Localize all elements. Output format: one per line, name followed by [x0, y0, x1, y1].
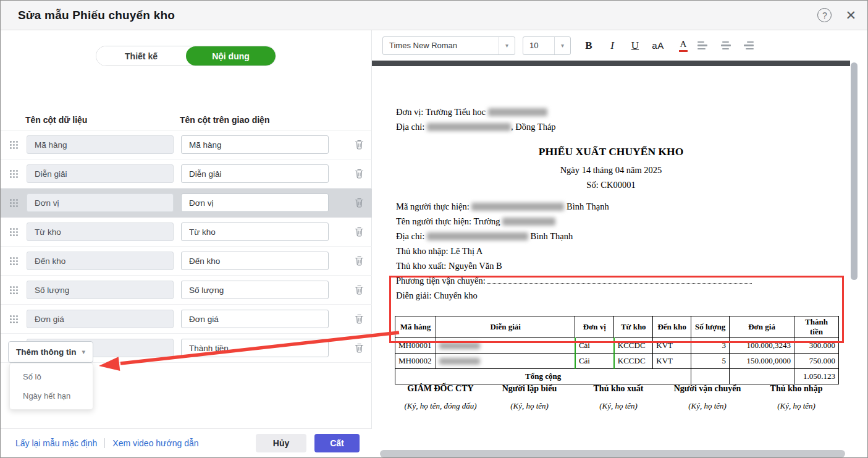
items-table: Mã hàngDiễn giải Đơn vịTừ kho Đến khoSố …: [395, 316, 839, 384]
drag-handle-icon[interactable]: [9, 169, 18, 178]
reset-default-template-link[interactable]: Lấy lại mẫu mặc định: [15, 438, 97, 448]
display-column-input[interactable]: [181, 135, 329, 154]
drag-handle-icon[interactable]: [9, 227, 18, 236]
table-total-row: Tổng cộng 1.050.123: [395, 369, 839, 384]
data-column-header: Tên cột dữ liệu: [25, 115, 87, 125]
display-column-input[interactable]: [181, 339, 329, 357]
data-column-input[interactable]: [27, 252, 174, 270]
doc-address-line: Địa chỉ: , Đồng Tháp: [396, 122, 556, 132]
drag-handle-icon[interactable]: [9, 286, 18, 294]
data-column-input[interactable]: [27, 310, 174, 328]
edit-template-dialog: Sửa mẫu Phiếu chuyển kho ? ✕ Thiết kế Nộ…: [0, 0, 868, 458]
column-row-so-luong: [1, 276, 372, 305]
dotted-fill-line: [487, 277, 752, 284]
tab-switcher: Thiết kế Nội dung: [96, 46, 276, 66]
column-row-don-gia: [1, 305, 372, 334]
horizontal-scrollbar[interactable]: [380, 450, 845, 457]
delete-icon[interactable]: [354, 255, 364, 266]
column-row-ma-hang: [1, 130, 372, 159]
align-left-icon[interactable]: [697, 41, 708, 49]
delete-icon[interactable]: [354, 226, 364, 237]
redacted-text: [427, 232, 528, 240]
font-size-select[interactable]: 10 ▾: [523, 36, 571, 55]
display-column-input[interactable]: [181, 193, 329, 212]
display-column-input[interactable]: [181, 223, 329, 241]
doc-info-line: Tên người thực hiện: Trường: [396, 216, 555, 227]
delete-icon[interactable]: [354, 284, 364, 295]
add-info-menu: Số lô Ngày hết hạn: [9, 363, 93, 410]
display-column-input[interactable]: [181, 310, 329, 328]
signature-row: GIÁM ĐỐC CTY(Ký, họ tên, đóng dấu) Người…: [396, 384, 841, 411]
italic-icon[interactable]: I: [605, 30, 620, 61]
doc-date-line: Ngày 14 tháng 04 năm 2025: [372, 165, 850, 176]
add-info-dropdown[interactable]: Thêm thông tin ▾: [8, 341, 93, 363]
signature-block: Thủ kho nhập(Ký, họ tên): [752, 384, 841, 411]
format-toolbar: Times New Roman ▾ 10 ▾ B I U aA A: [372, 30, 867, 61]
chevron-down-icon: ▾: [554, 37, 570, 54]
bold-icon[interactable]: B: [581, 30, 596, 61]
display-column-input[interactable]: [181, 281, 329, 299]
redacted-text: [427, 123, 511, 131]
font-color-icon[interactable]: A: [676, 30, 691, 61]
text-case-icon[interactable]: aA: [651, 30, 665, 61]
signature-block: Người lập biểu(Ký, họ tên): [485, 384, 574, 411]
doc-info-line: Mã người thực hiện: Bình Thạnh: [396, 201, 609, 212]
save-button[interactable]: Cất: [314, 434, 360, 452]
data-column-input[interactable]: [27, 164, 174, 183]
tab-thiet-ke[interactable]: Thiết kế: [96, 46, 186, 66]
signature-block: Thủ kho xuất(Ký, họ tên): [574, 384, 663, 411]
display-column-header: Tên cột trên giao diện: [180, 115, 269, 125]
column-row-tu-kho: [1, 218, 372, 247]
signature-block: GIÁM ĐỐC CTY(Ký, họ tên, đóng dấu): [396, 384, 485, 411]
font-family-select[interactable]: Times New Roman ▾: [382, 36, 515, 55]
data-column-input[interactable]: [27, 223, 174, 241]
document-preview: Đơn vị: Trường Tiểu hoc Địa chỉ: , Đồng …: [372, 66, 850, 457]
dialog-footer: Lấy lại mẫu mặc định Xem video hướng dẫn…: [1, 428, 372, 457]
signature-block: Người vận chuyển(Ký, họ tên): [663, 384, 752, 411]
close-icon[interactable]: ✕: [845, 9, 856, 22]
delete-icon[interactable]: [354, 139, 364, 150]
data-column-input[interactable]: [27, 135, 174, 154]
drag-handle-icon[interactable]: [9, 140, 18, 149]
table-row: MH00001 Cái KCCDC KVT 3 100.000,3243 300…: [395, 338, 839, 354]
dialog-title: Sửa mẫu Phiếu chuyển kho: [18, 9, 175, 22]
align-right-icon[interactable]: [743, 41, 754, 49]
align-center-icon[interactable]: [720, 41, 731, 49]
table-header-row: Mã hàngDiễn giải Đơn vịTừ kho Đến khoSố …: [395, 316, 839, 338]
delete-icon[interactable]: [354, 168, 364, 179]
display-column-input[interactable]: [181, 164, 329, 183]
drag-handle-icon[interactable]: [9, 198, 18, 207]
delete-icon[interactable]: [354, 197, 364, 208]
chevron-down-icon: ▾: [499, 37, 515, 54]
tab-noi-dung[interactable]: Nội dung: [186, 46, 276, 66]
column-list: [1, 130, 372, 363]
delete-icon[interactable]: [354, 342, 364, 354]
dialog-header: Sửa mẫu Phiếu chuyển kho ? ✕: [1, 1, 867, 30]
column-row-don-vi: [1, 189, 372, 218]
redacted-text: [439, 342, 480, 349]
menu-item-ngay-het-han[interactable]: Ngày hết hạn: [10, 386, 93, 405]
drag-handle-icon[interactable]: [9, 257, 18, 265]
delete-icon[interactable]: [354, 313, 364, 324]
redacted-text: [471, 203, 564, 211]
doc-unit-line: Đơn vị: Trường Tiểu hoc: [396, 107, 547, 117]
doc-info-line: Địa chỉ: Bình Thạnh: [396, 231, 573, 242]
redacted-text: [502, 218, 555, 226]
data-column-input[interactable]: [27, 281, 174, 299]
cancel-button[interactable]: Hủy: [256, 434, 306, 452]
menu-item-so-lo[interactable]: Số lô: [10, 367, 93, 386]
underline-icon[interactable]: U: [628, 30, 643, 61]
doc-number-line: Số: CK00001: [372, 180, 850, 190]
page-top-edge: [372, 61, 850, 66]
doc-info-line: Thủ kho xuất: Nguyễn Văn B: [396, 261, 502, 271]
doc-info-line: Thủ kho nhập: Lê Thị A: [396, 246, 482, 257]
doc-info-line: Diễn giải: Chuyển kho: [396, 290, 478, 301]
redacted-text: [488, 108, 547, 116]
drag-handle-icon[interactable]: [9, 315, 18, 323]
display-column-input[interactable]: [181, 252, 329, 270]
watch-video-guide-link[interactable]: Xem video hướng dẫn: [112, 438, 198, 448]
help-icon[interactable]: ?: [817, 8, 832, 22]
vertical-scrollbar[interactable]: [851, 62, 857, 280]
data-column-input[interactable]: [27, 193, 174, 212]
column-row-dien-giai: [1, 159, 372, 189]
